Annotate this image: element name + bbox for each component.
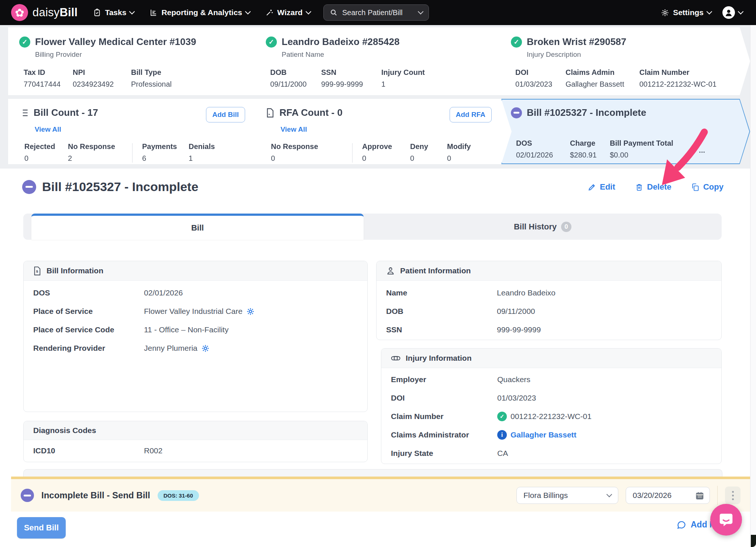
send-bill-button[interactable]: Send Bill — [17, 517, 66, 539]
info-row: Name Leandro Badeixo — [377, 284, 721, 302]
chevron-down-icon — [738, 9, 744, 15]
info-row: DOB 09/11/2000 — [377, 302, 721, 321]
search-icon — [330, 8, 338, 17]
tabs: Bill Bill History 0 — [23, 214, 722, 240]
pencil-icon — [588, 183, 596, 191]
chevron-down-icon — [129, 9, 135, 15]
claims-admin-link[interactable]: Gallagher Bassett — [511, 430, 577, 439]
kebab-menu-button[interactable] — [725, 487, 740, 504]
nav-reporting[interactable]: Reporting & Analytics — [150, 8, 250, 17]
add-rfa-button[interactable]: Add RFA — [450, 107, 492, 122]
chevron-down-icon — [707, 9, 712, 15]
info-row: Rendering Provider Jenny Plumeria — [24, 339, 367, 357]
patient-icon — [386, 266, 395, 275]
crumb-title: Broken Wrist #290587 — [527, 36, 626, 48]
card-title: Bill #1025327 - Incomplete — [527, 107, 646, 118]
check-circle-icon: ✓ — [19, 37, 30, 48]
tab-bill[interactable]: Bill — [31, 214, 364, 240]
bill-detail-header: Bill #1025327 - Incomplete — [22, 180, 198, 194]
info-row: Claim Number ✓001212-221232-WC-01 — [381, 407, 721, 426]
tab-bill-history[interactable]: Bill History 0 — [364, 214, 722, 240]
info-row: Place of Service Code 11 - Office – Non-… — [24, 321, 367, 339]
user-avatar-icon — [722, 6, 735, 19]
info-row: Place of Service Flower Valley Industria… — [24, 302, 367, 321]
divider — [352, 143, 353, 163]
edit-button[interactable]: Edit — [588, 182, 615, 192]
nav-settings[interactable]: Settings — [661, 8, 711, 17]
footer-actions: Send Bill Add N — [0, 512, 750, 547]
svg-text:$: $ — [36, 269, 38, 273]
view-all-bills-link[interactable]: View All — [35, 125, 254, 134]
divider — [132, 143, 133, 163]
info-row: Injury State CA — [381, 444, 721, 463]
check-circle-icon: ✓ — [511, 37, 522, 48]
info-row: ICD10 R002 — [24, 442, 367, 460]
info-circle-icon: i — [497, 430, 507, 440]
view-all-rfas-link[interactable]: View All — [281, 125, 501, 134]
history-count-badge: 0 — [561, 222, 571, 232]
bill-information-panel: $ Bill Information DOS 02/01/2026 Place … — [23, 261, 368, 412]
info-row: DOS 02/01/2026 — [24, 284, 367, 302]
crumb-subtitle: Billing Provider — [35, 51, 254, 59]
crumb-patient[interactable]: ✓Leandro Badeixo #285428 Patient Name DO… — [255, 27, 512, 95]
info-row: Employer Quackers — [381, 370, 721, 389]
chevron-down-icon — [305, 9, 311, 15]
nav-tasks[interactable]: Tasks — [93, 8, 134, 17]
nav-wizard[interactable]: Wizard — [265, 8, 310, 17]
crumb-title: Flower Valley Medical Center #1039 — [35, 36, 196, 48]
chevron-down-icon — [245, 9, 251, 15]
crumb-injury[interactable]: ✓Broken Wrist #290587 Injury Description… — [501, 27, 750, 95]
send-bill-bar-title: Incomplete Bill - Send Bill — [41, 490, 150, 501]
daisybill-logo-icon: ✿ — [11, 4, 28, 21]
chat-fab[interactable] — [710, 504, 742, 536]
incomplete-status-icon — [21, 489, 34, 502]
chat-bubble-icon — [676, 520, 686, 530]
scrollbar[interactable] — [750, 25, 756, 547]
diagnosis-codes-panel: Diagnosis Codes ICD10 R002 — [23, 421, 368, 462]
clipboard-icon — [93, 8, 101, 17]
panel-title: Diagnosis Codes — [33, 426, 96, 435]
date-input[interactable]: 03/20/2026 — [626, 487, 710, 504]
gear-icon[interactable] — [246, 307, 255, 316]
patient-information-panel: Patient Information Name Leandro Badeixo… — [376, 261, 722, 340]
next-panel-peek — [23, 469, 722, 477]
info-row: Claims Administrator iGallagher Bassett — [381, 426, 721, 444]
add-bill-button[interactable]: Add Bill — [206, 107, 245, 122]
incomplete-status-icon — [511, 107, 522, 118]
crumb-subtitle: Patient Name — [282, 51, 501, 59]
rfa-count-card[interactable]: RFA Count - 0 Add RFA View All No Respon… — [255, 99, 512, 164]
annotation-arrow-icon — [642, 122, 731, 195]
incomplete-status-icon — [22, 180, 36, 194]
brand-text: daisyBill — [32, 6, 78, 19]
bill-document-icon: $ — [33, 266, 41, 276]
check-circle-icon: ✓ — [497, 412, 507, 421]
search-input[interactable]: Search Patient/Bill — [323, 4, 429, 21]
add-note-button[interactable]: Add N — [676, 520, 716, 530]
wand-icon — [265, 8, 274, 17]
bandage-icon — [391, 353, 401, 363]
panel-title: Bill Information — [47, 266, 103, 275]
injury-information-panel: Injury Information Employer Quackers DOI… — [381, 348, 722, 464]
bill-count-card[interactable]: Bill Count - 17 Add Bill View All Reject… — [8, 99, 265, 164]
brand[interactable]: ✿ daisyBill — [11, 4, 78, 21]
card-title: Bill Count - 17 — [34, 107, 98, 118]
crumb-billing-provider[interactable]: ✓Flower Valley Medical Center #1039 Bill… — [8, 27, 265, 95]
divider — [717, 486, 718, 505]
gear-icon[interactable] — [201, 344, 210, 353]
account-menu[interactable] — [722, 6, 743, 19]
info-row: SSN 999-99-9999 — [377, 321, 721, 339]
chevron-down-icon — [418, 9, 424, 15]
gear-icon — [661, 8, 669, 17]
card-title: RFA Count - 0 — [279, 107, 343, 118]
document-icon — [266, 108, 275, 118]
panel-title: Patient Information — [400, 266, 471, 275]
chevron-down-icon — [606, 492, 612, 498]
crumb-title: Leandro Badeixo #285428 — [282, 36, 399, 48]
window-corner — [751, 535, 756, 547]
page-title: Bill #1025327 - Incomplete — [42, 180, 198, 194]
panel-title: Injury Information — [406, 354, 472, 363]
calendar-icon — [695, 491, 704, 500]
biller-select[interactable]: Flora Billings — [516, 487, 618, 504]
chat-smile-icon — [718, 511, 735, 528]
top-nav: ✿ daisyBill Tasks Reporting & Analytics … — [0, 0, 756, 25]
